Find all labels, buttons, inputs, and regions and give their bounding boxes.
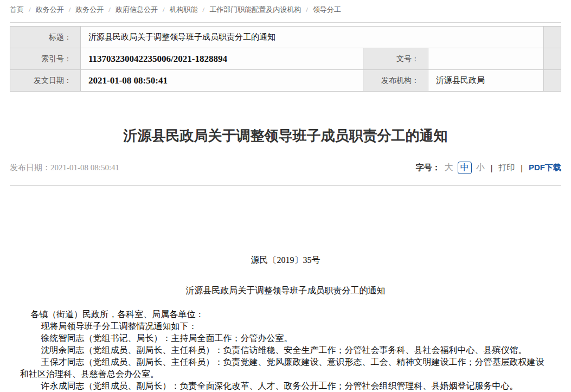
font-size-large-button[interactable]: 大 [445,162,453,173]
meta-bar: 发布日期：2021-01-08 08:50:41 字号： 大 中 小 | 打印 … [10,162,561,174]
doc-number-line: 源民〔2019〕35号 [20,254,551,266]
issue-date-label: 发文日期： [10,70,81,92]
content-divider [10,185,561,185]
doc-number-label: 文号： [363,48,428,70]
breadcrumb-item-7[interactable]: 领导分工 [313,5,341,14]
doc-number-value [428,48,543,70]
title-label: 标题： [10,27,81,48]
breadcrumb-item-1[interactable]: 首页 [10,5,24,14]
doc-paragraph: 许永成同志（党组成员、副局长）：负责全面深化改革、人才、政务公开工作；分管社会组… [20,380,551,392]
doc-paragraph: 沈明余同志（党组成员、副局长、主任科员）：负责信访维稳、安全生产工作；分管社会事… [20,344,551,356]
print-button[interactable]: 打印 [498,163,515,173]
publish-date: 发布日期：2021-01-08 08:50:41 [10,163,119,173]
doc-paragraph: 王保才同志（党组成员、副局长、主任科员）：负责党建、党风廉政建设、意识形态、工会… [20,356,551,380]
font-size-medium-button[interactable]: 中 [458,162,472,174]
breadcrumb-separator: / [203,5,205,14]
table-row: 发文日期： 2021-01-08 08:50:41 发布机构： 沂源县民政局 [10,70,561,92]
index-number-value: 113703230042235006/2021-1828894 [81,48,363,70]
table-spacer-cell [544,27,561,48]
publisher-label: 发布机构： [363,70,428,92]
publish-date-value: 2021-01-08 08:50:41 [50,163,119,172]
breadcrumb-separator: / [29,5,31,14]
page: 首页/政务公开/政务公开/政府信息公开/机构职能/工作部门职能配置及内设机构/领… [0,0,571,392]
publisher-value: 沂源县民政局 [428,70,543,92]
doc-title-line: 沂源县民政局关于调整领导班子成员职责分工的通知 [20,285,551,297]
doc-paragraph: 徐统智同志（党组书记、局长）：主持局全面工作；分管办公室。 [20,332,551,344]
toolbar-separator: | [521,164,523,172]
font-size-label: 字号： [416,163,440,173]
document-body: 源民〔2019〕35号 沂源县民政局关于调整领导班子成员职责分工的通知 各镇（街… [10,254,561,392]
doc-paragraph: 各镇（街道）民政所，各科室、局属各单位： [20,309,551,320]
table-row: 索引号： 113703230042235006/2021-1828894 文号： [10,48,561,70]
breadcrumb: 首页/政务公开/政务公开/政府信息公开/机构职能/工作部门职能配置及内设机构/领… [10,0,561,23]
breadcrumb-item-6[interactable]: 工作部门职能配置及内设机构 [209,5,301,14]
doc-paragraph: 现将局领导班子分工调整情况通知如下： [20,320,551,332]
publish-date-label: 发布日期： [10,163,50,172]
article-toolbar: 字号： 大 中 小 | 打印 | PDF下载 [416,162,561,174]
document-info-table: 标题： 沂源县民政局关于调整领导班子成员职责分工的通知 索引号： 1137032… [10,26,561,92]
doc-paragraphs: 各镇（街道）民政所，各科室、局属各单位：现将局领导班子分工调整情况通知如下：徐统… [20,309,551,392]
table-row: 标题： 沂源县民政局关于调整领导班子成员职责分工的通知 [10,27,561,48]
breadcrumb-separator: / [306,5,308,14]
breadcrumb-separator: / [108,5,111,14]
table-spacer-cell [544,70,561,92]
index-number-label: 索引号： [10,48,81,70]
font-size-small-button[interactable]: 小 [476,162,485,173]
title-value: 沂源县民政局关于调整领导班子成员职责分工的通知 [81,27,544,48]
table-spacer-cell [544,48,561,70]
breadcrumb-separator: / [163,5,165,14]
page-title: 沂源县民政局关于调整领导班子成员职责分工的通知 [10,126,561,145]
breadcrumb-item-2[interactable]: 政务公开 [36,5,64,14]
issue-date-value: 2021-01-08 08:50:41 [81,70,363,92]
breadcrumb-item-3[interactable]: 政务公开 [75,5,104,14]
breadcrumb-separator: / [69,5,71,14]
breadcrumb-item-5[interactable]: 机构职能 [170,5,198,14]
toolbar-separator: | [491,164,493,172]
pdf-download-button[interactable]: PDF下载 [529,163,561,173]
breadcrumb-item-4[interactable]: 政府信息公开 [116,5,158,14]
